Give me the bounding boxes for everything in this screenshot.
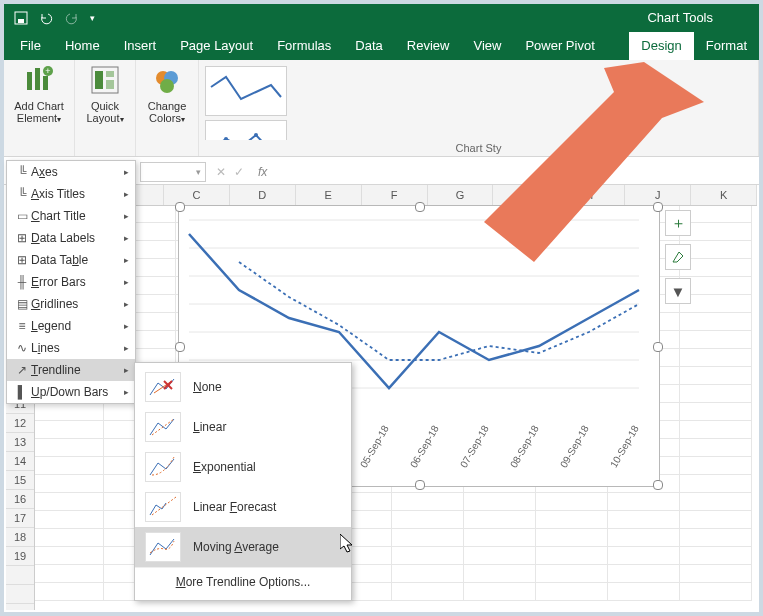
menu-updown-bars[interactable]: ▌Up/Down Bars▸ [7, 381, 135, 403]
resize-handle[interactable] [415, 202, 425, 212]
none-icon [145, 372, 181, 402]
redo-icon[interactable] [64, 11, 80, 25]
chart-styles-caption: Chart Sty [199, 140, 758, 156]
resize-handle[interactable] [175, 342, 185, 352]
add-chart-element-menu: ╚Axes▸ ╚Axis Titles▸ ▭Chart Title▸ ⊞Data… [6, 160, 136, 404]
svg-rect-4 [43, 76, 48, 90]
svg-text:07-Sep-18: 07-Sep-18 [458, 423, 491, 469]
qat-more-icon[interactable]: ▾ [90, 13, 95, 23]
tab-format[interactable]: Format [694, 32, 759, 60]
chart-side-tools: ＋ ▼ [665, 210, 693, 304]
trendline-moving-average[interactable]: Moving Average [135, 527, 351, 567]
enter-icon[interactable]: ✓ [234, 165, 244, 179]
menu-data-labels[interactable]: ⊞Data Labels▸ [7, 227, 135, 249]
trendline-submenu: None Linear Exponential Linear Forecast … [134, 362, 352, 601]
svg-rect-2 [27, 72, 32, 90]
quick-access-toolbar: ▾ [4, 11, 95, 25]
linear-forecast-icon [145, 492, 181, 522]
resize-handle[interactable] [175, 202, 185, 212]
more-trendline-options[interactable]: More Trendline Options... [135, 567, 351, 596]
quick-layout-icon [89, 64, 121, 96]
legend-icon: ≡ [13, 319, 31, 333]
menu-gridlines[interactable]: ▤Gridlines▸ [7, 293, 135, 315]
chart-style-1[interactable] [205, 66, 287, 116]
chart-title-icon: ▭ [13, 209, 31, 223]
svg-point-15 [254, 133, 258, 137]
linear-icon [145, 412, 181, 442]
svg-rect-8 [95, 71, 103, 89]
menu-lines[interactable]: ∿Lines▸ [7, 337, 135, 359]
axis-titles-icon: ╚ [13, 187, 31, 201]
trendline-exponential[interactable]: Exponential [135, 447, 351, 487]
svg-rect-3 [35, 68, 40, 90]
undo-icon[interactable] [38, 11, 54, 25]
quick-layout-label: QuickLayout [86, 100, 119, 124]
trendline-none[interactable]: None [135, 367, 351, 407]
tab-file[interactable]: File [4, 32, 53, 60]
svg-text:09-Sep-18: 09-Sep-18 [558, 423, 591, 469]
ribbon: + Add ChartElement▾ QuickLayout▾ ChangeC… [4, 60, 759, 157]
tab-page-layout[interactable]: Page Layout [168, 32, 265, 60]
gridlines-icon: ▤ [13, 297, 31, 311]
svg-point-13 [160, 79, 174, 93]
change-colors-button[interactable]: ChangeColors▾ [148, 64, 187, 124]
col-hdr-I[interactable]: I [559, 185, 625, 205]
updown-icon: ▌ [13, 385, 31, 399]
error-bars-icon: ╫ [13, 275, 31, 289]
menu-error-bars[interactable]: ╫Error Bars▸ [7, 271, 135, 293]
tab-home[interactable]: Home [53, 32, 112, 60]
svg-rect-9 [106, 71, 114, 77]
col-hdr-D[interactable]: D [230, 185, 296, 205]
resize-handle[interactable] [653, 342, 663, 352]
add-chart-element-icon: + [23, 64, 55, 96]
tab-view[interactable]: View [461, 32, 513, 60]
menu-axis-titles[interactable]: ╚Axis Titles▸ [7, 183, 135, 205]
resize-handle[interactable] [653, 480, 663, 490]
svg-rect-10 [106, 80, 114, 89]
tab-data[interactable]: Data [343, 32, 394, 60]
menu-trendline[interactable]: ↗Trendline▸ [7, 359, 135, 381]
menu-legend[interactable]: ≡Legend▸ [7, 315, 135, 337]
svg-text:+: + [45, 66, 50, 76]
svg-text:08-Sep-18: 08-Sep-18 [508, 423, 541, 469]
axes-icon: ╚ [13, 165, 31, 179]
tab-review[interactable]: Review [395, 32, 462, 60]
svg-text:05-Sep-18: 05-Sep-18 [358, 423, 391, 469]
ribbon-tabs: File Home Insert Page Layout Formulas Da… [4, 32, 759, 60]
cancel-icon[interactable]: ✕ [216, 165, 226, 179]
tab-design[interactable]: Design [629, 32, 693, 60]
trendline-linear-forecast[interactable]: Linear Forecast [135, 487, 351, 527]
chart-elements-button[interactable]: ＋ [665, 210, 691, 236]
data-table-icon: ⊞ [13, 253, 31, 267]
tab-insert[interactable]: Insert [112, 32, 169, 60]
chart-tools-contextual-tab: Chart Tools [629, 4, 731, 32]
svg-text:06-Sep-18: 06-Sep-18 [408, 423, 441, 469]
tab-power-pivot[interactable]: Power Pivot [513, 32, 606, 60]
resize-handle[interactable] [415, 480, 425, 490]
resize-handle[interactable] [653, 202, 663, 212]
chart-styles-button[interactable] [665, 244, 691, 270]
change-colors-icon [151, 64, 183, 96]
col-hdr-G[interactable]: G [428, 185, 494, 205]
col-hdr-E[interactable]: E [296, 185, 362, 205]
svg-rect-1 [18, 19, 24, 23]
quick-layout-button[interactable]: QuickLayout▾ [86, 64, 123, 124]
menu-chart-title[interactable]: ▭Chart Title▸ [7, 205, 135, 227]
col-hdr-K[interactable]: K [691, 185, 757, 205]
name-box[interactable]: ▾ [140, 162, 206, 182]
exponential-icon [145, 452, 181, 482]
menu-data-table[interactable]: ⊞Data Table▸ [7, 249, 135, 271]
chart-filter-button[interactable]: ▼ [665, 278, 691, 304]
menu-axes[interactable]: ╚Axes▸ [7, 161, 135, 183]
save-icon[interactable] [14, 11, 28, 25]
svg-text:10-Sep-18: 10-Sep-18 [608, 423, 641, 469]
trendline-icon: ↗ [13, 363, 31, 377]
title-bar: ▾ Chart Tools [4, 4, 759, 32]
trendline-linear[interactable]: Linear [135, 407, 351, 447]
data-labels-icon: ⊞ [13, 231, 31, 245]
tab-formulas[interactable]: Formulas [265, 32, 343, 60]
fx-icon[interactable]: fx [258, 165, 267, 179]
col-hdr-H[interactable]: H [493, 185, 559, 205]
col-hdr-C[interactable]: C [164, 185, 230, 205]
add-chart-element-button[interactable]: + Add ChartElement▾ [14, 64, 64, 124]
